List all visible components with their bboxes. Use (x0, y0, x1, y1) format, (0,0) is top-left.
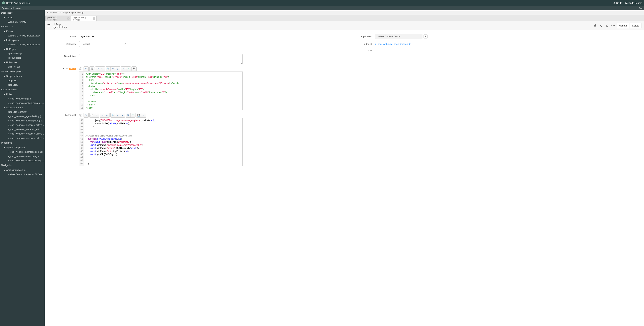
tb-save-icon[interactable]: 💾 (136, 113, 141, 117)
client-toolbar: ? ✎ 💬≡ ⇥⇤ 🔍▾▴ ⇱? 💾✓ (79, 113, 243, 118)
tb-up-icon[interactable]: ▴ (115, 67, 120, 71)
tree-leaf[interactable]: x_caci_webexcc.webexccactivitytable (0, 158, 45, 163)
tree-leaf[interactable]: propUtils (execute) (0, 110, 45, 114)
tb-save-icon[interactable]: 💾 (132, 67, 136, 71)
tree-leaf[interactable]: x_caci_webexcc.webex_contact_center (0, 101, 45, 105)
tree-sub[interactable]: ▼Roles (0, 92, 45, 97)
tree-leaf[interactable]: TechSupport (0, 56, 45, 60)
tree-group[interactable]: Server Development (0, 69, 45, 74)
tree-leaf[interactable]: x_caci_webexcc_agentdesktop (read) (0, 114, 45, 118)
breadcrumb-text: Forms & UI > UI Page > agentdesktop (46, 11, 83, 14)
form-header: ☰ UI Page agentdesktop ••• Update Del (45, 21, 644, 30)
tb-search-icon[interactable]: 🔍 (106, 67, 110, 71)
tree-sub[interactable]: ▼Script Includes (0, 74, 45, 78)
tree-sub[interactable]: ▼Tables (0, 15, 45, 20)
name-field[interactable] (79, 34, 126, 39)
tree-sub[interactable]: ▼UI Macros (0, 60, 45, 65)
description-field[interactable] (79, 54, 243, 64)
tb-down-icon[interactable]: ▾ (110, 67, 115, 71)
svg-point-9 (606, 25, 607, 26)
delete-button[interactable]: Delete (630, 23, 642, 28)
goto-link[interactable]: Go To (613, 2, 622, 4)
client-script-editor[interactable]: 525354555657585960616263646566 jslog('SN… (79, 118, 243, 166)
tree-leaf[interactable]: WebexCC Activity (0, 20, 45, 24)
form-body: Name Application i Category General (45, 30, 644, 326)
tree-leaf[interactable]: Webex Contact Center for SNOW (0, 172, 45, 177)
tb-popout-icon[interactable]: ⇱ (121, 67, 126, 71)
tree-leaf[interactable]: click_to_call (0, 65, 45, 69)
tree-leaf[interactable]: agentdesktop (0, 51, 45, 56)
tb-format-icon[interactable]: ✎ (84, 113, 88, 117)
code-search-link[interactable]: Code Search (625, 2, 642, 4)
tree-leaf[interactable]: x_caci_webexcc_webexcc_activity (write) (0, 136, 45, 140)
tb-tree1-icon[interactable]: ⇥ (95, 67, 100, 71)
close-icon[interactable]: × (67, 17, 70, 20)
tb-popout-icon[interactable]: ⇱ (126, 113, 130, 117)
tb-tree2-icon[interactable]: ⇤ (100, 67, 105, 71)
hamburger-icon[interactable]: ☰ (47, 23, 50, 28)
tb-help-icon[interactable]: ? (126, 67, 130, 71)
tree-leaf[interactable]: propUtils (0, 78, 45, 83)
endpoint-link[interactable]: x_caci_webexcc_agentdesktop.do (375, 43, 411, 45)
main-content: Forms & UI > UI Page > agentdesktop prop… (45, 10, 644, 326)
tree-sub[interactable]: ▼List Layouts (0, 38, 45, 42)
tree-leaf[interactable]: x_caci_webexcc_webexcc_activity (delete) (0, 123, 45, 127)
application-label: Application (342, 35, 375, 38)
category-select[interactable]: General (79, 41, 126, 47)
tb-tree1-icon[interactable]: ⇥ (100, 113, 105, 117)
help-icon[interactable]: ? (79, 67, 82, 70)
tree-leaf[interactable]: x_caci_webexcc_TechSupport (read) (0, 118, 45, 123)
html-editor[interactable]: 123456789101112 <?xml version="1.0" enco… (79, 71, 243, 110)
more-icon[interactable]: ••• (611, 23, 616, 28)
tree-leaf[interactable]: x_caci_webexcc.agentdesktop_url (0, 150, 45, 154)
tb-down-icon[interactable]: ▾ (115, 113, 120, 117)
tree-group[interactable]: Properties (0, 140, 45, 145)
close-icon[interactable]: × (93, 17, 95, 20)
attachment-icon[interactable] (592, 23, 598, 28)
tb-up-icon[interactable]: ▴ (120, 113, 125, 117)
tb-tree2-icon[interactable]: ⇤ (105, 113, 110, 117)
settings-icon[interactable] (604, 23, 610, 28)
tab[interactable]: propUtils2Script Include× (46, 15, 71, 21)
tree-group[interactable]: Forms & UI (0, 24, 45, 29)
tree-sub[interactable]: ▼Forms (0, 29, 45, 33)
direct-label: Direct (342, 49, 375, 52)
caret-icon: ▼ (4, 48, 6, 50)
tab[interactable]: agentdesktopUI Page× (71, 15, 96, 21)
tree-leaf[interactable]: WebexCC Activity [Default view] (0, 33, 45, 38)
tb-validate-icon[interactable]: ✓ (141, 113, 146, 117)
tree-sub[interactable]: ▼UI Pages (0, 47, 45, 51)
update-button[interactable]: Update (617, 23, 629, 28)
caret-icon: ▼ (4, 39, 6, 41)
tree-group[interactable]: Navigation (0, 163, 45, 168)
create-app-file[interactable]: Create Application File (6, 2, 30, 4)
help-icon[interactable]: ? (79, 114, 82, 117)
direct-checkbox[interactable] (375, 49, 378, 52)
plus-icon[interactable]: + (2, 1, 5, 4)
tree-leaf[interactable]: x_caci_webexcc.agent (0, 97, 45, 101)
tree-leaf[interactable]: x_caci_webexcc_webexcc_activity (read) (0, 132, 45, 136)
tb-comment-icon[interactable]: 💬 (90, 67, 94, 71)
application-info-icon[interactable]: i (424, 34, 428, 38)
tree-leaf[interactable]: propUtils2 (0, 83, 45, 87)
tb-help-icon[interactable]: ? (130, 113, 135, 117)
tb-comment-icon[interactable]: 💬 (90, 113, 94, 117)
tree-group[interactable]: Data Model (0, 10, 45, 15)
collapse-button[interactable]: [—] (639, 7, 642, 9)
tb-indent-icon[interactable]: ≡ (94, 113, 99, 117)
tree-sub[interactable]: ▼Access Controls (0, 105, 45, 110)
tree-leaf[interactable]: x_caci_webexcc.screenpop_url (0, 154, 45, 158)
activity-icon[interactable] (598, 23, 604, 28)
tree-leaf[interactable]: WebexCC Activity [Default view] (0, 42, 45, 47)
tb-format-icon[interactable]: ✎ (84, 67, 88, 71)
tab-sub: Script Include (48, 19, 66, 21)
caret-icon: ▼ (4, 107, 6, 109)
code-search-icon (625, 2, 628, 4)
tb-search-icon[interactable]: 🔍 (110, 113, 115, 117)
svg-point-0 (613, 2, 614, 3)
tree-sub[interactable]: ▼Application Menus (0, 168, 45, 172)
tree-leaf[interactable]: x_caci_webexcc_webexcc_activity (create) (0, 127, 45, 132)
tree-sub[interactable]: ▼System Properties (0, 145, 45, 150)
caret-icon: ▼ (4, 62, 6, 63)
tree-group[interactable]: Access Control (0, 87, 45, 92)
